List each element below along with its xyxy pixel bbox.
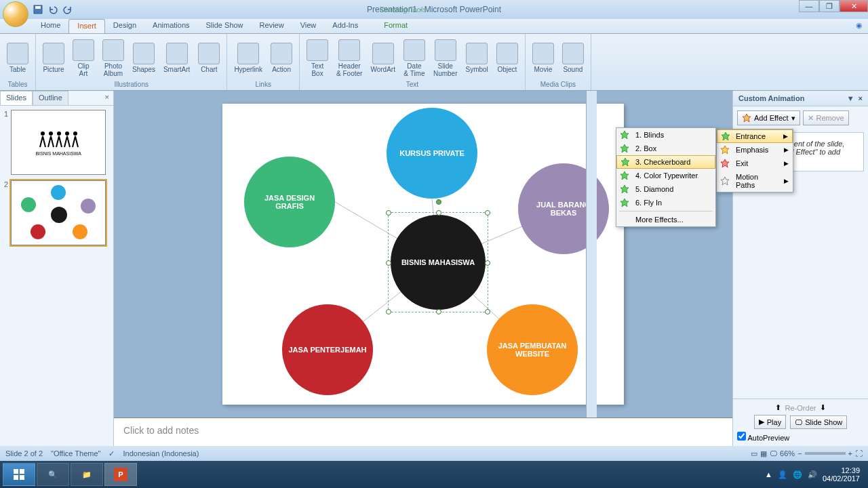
close-panel-icon[interactable]: × (101, 91, 113, 105)
menu-emphasis[interactable]: Emphasis▶ (717, 143, 793, 157)
notes-pane[interactable]: Click to add notes (114, 418, 732, 446)
view-normal-icon[interactable]: ▭ (751, 449, 757, 458)
tray-time[interactable]: 12:39 (823, 466, 860, 474)
reorder-up-icon[interactable]: ⬆ (775, 403, 781, 412)
tab-review[interactable]: Review (252, 19, 292, 33)
ribbon-icon (271, 43, 292, 64)
tab-addins[interactable]: Add-Ins (324, 19, 366, 33)
ribbon-icon (237, 43, 259, 64)
tab-insert[interactable]: Insert (68, 19, 105, 33)
vertical-scrollbar[interactable] (586, 91, 597, 418)
view-sorter-icon[interactable]: ▦ (760, 449, 767, 458)
circle-green[interactable]: JASA DESIGN GRAFIS (244, 157, 335, 247)
ribbon-symbol[interactable]: Symbol (463, 41, 491, 75)
tab-design[interactable]: Design (105, 19, 144, 33)
minimize-button[interactable]: — (799, 0, 819, 12)
language-indicator[interactable]: Indonesian (Indonesia) (123, 449, 199, 458)
ribbon-shapes[interactable]: Shapes (130, 41, 158, 75)
svg-point-4 (57, 131, 61, 136)
ribbon-table[interactable]: Table (4, 41, 31, 75)
slide-thumbnail-1[interactable]: BISNIS MAHASISWA (11, 110, 106, 175)
zoom-in-icon[interactable]: + (848, 449, 852, 458)
more-effects[interactable]: More Effects... (616, 213, 715, 226)
help-icon[interactable]: ◉ (850, 19, 868, 33)
office-button[interactable] (3, 1, 28, 27)
ribbon-hyperlink[interactable]: Hyperlink (231, 41, 265, 75)
menu-motion-paths[interactable]: Motion Paths▶ (717, 170, 793, 192)
tray-date[interactable]: 04/02/2017 (823, 474, 860, 483)
start-button[interactable] (3, 463, 35, 486)
slide-thumbnail-2[interactable] (11, 180, 106, 245)
pane-title: Custom Animation (738, 94, 804, 102)
ribbon-wordart[interactable]: WordArt (368, 41, 398, 75)
spell-check-icon[interactable]: ✓ (108, 449, 115, 458)
ribbon-icon (562, 43, 584, 64)
autopreview-checkbox[interactable]: AutoPreview (737, 434, 789, 442)
fit-icon[interactable]: ⛶ (855, 449, 863, 458)
pane-dropdown-icon[interactable]: ▼ (847, 94, 854, 102)
taskbar-app-1[interactable]: 🔍 (37, 463, 69, 486)
tray-user-icon[interactable]: 👤 (778, 470, 787, 479)
ribbon-date[interactable]: Date& Time (401, 38, 428, 79)
ribbon-action[interactable]: Action (268, 41, 295, 75)
status-bar: Slide 2 of 2 "Office Theme" ✓ Indonesian… (0, 446, 868, 461)
tab-home[interactable]: Home (33, 19, 68, 33)
svg-rect-15 (20, 475, 24, 480)
menu-entrance[interactable]: Entrance▶ (717, 129, 793, 143)
slide-panel: Slides Outline × 1 BISNIS MAHASISWA 2 (0, 91, 114, 446)
effect-checkerboard[interactable]: 3. Checkerboard (616, 155, 715, 169)
ribbon-icon (133, 43, 155, 64)
ribbon-header[interactable]: Header& Footer (334, 38, 365, 79)
ribbon-slide[interactable]: SlideNumber (431, 38, 460, 79)
ribbon-picture[interactable]: Picture (40, 41, 67, 75)
tab-slideshow[interactable]: Slide Show (198, 19, 252, 33)
close-button[interactable]: ✕ (840, 0, 868, 12)
save-icon[interactable] (33, 4, 43, 15)
entrance-effects-menu: 1. Blinds 2. Box 3. Checkerboard 4. Colo… (616, 127, 716, 227)
slides-tab[interactable]: Slides (0, 91, 33, 105)
ribbon-movie[interactable]: Movie (530, 41, 557, 75)
ribbon-clip[interactable]: ClipArt (70, 38, 97, 79)
circle-orange[interactable]: JASA PEMBUATAN WEBSITE (487, 304, 578, 395)
outline-tab[interactable]: Outline (33, 91, 68, 105)
circle-red[interactable]: JASA PENTERJEMAH (282, 304, 373, 395)
circle-blue[interactable]: KURSUS PRIVATE (387, 108, 477, 199)
zoom-level[interactable]: 66% (780, 449, 795, 458)
tray-up-icon[interactable]: ▲ (765, 470, 772, 479)
redo-icon[interactable] (62, 4, 73, 15)
zoom-slider[interactable] (805, 452, 846, 455)
taskbar-powerpoint[interactable]: P (104, 463, 137, 486)
zoom-out-icon[interactable]: − (797, 449, 802, 458)
play-button[interactable]: ▶ Play (754, 415, 786, 429)
view-slideshow-icon[interactable]: 🖵 (770, 449, 777, 458)
pane-close-icon[interactable]: × (859, 94, 863, 102)
ribbon-text[interactable]: TextBox (304, 38, 331, 79)
tray-volume-icon[interactable]: 🔊 (808, 470, 817, 479)
thumb-number: 1 (4, 110, 8, 175)
undo-icon[interactable] (47, 4, 58, 15)
ribbon-chart[interactable]: Chart (195, 41, 222, 75)
ribbon-photo[interactable]: PhotoAlbum (100, 38, 127, 79)
ribbon-tabs: Home Insert Design Animations Slide Show… (0, 19, 868, 34)
ribbon-icon (307, 39, 328, 61)
tab-format[interactable]: Format (376, 19, 416, 33)
effect-fly-in[interactable]: 6. Fly In (616, 196, 715, 209)
ribbon-smartart[interactable]: SmartArt (161, 41, 193, 75)
thumb1-graphic (35, 129, 82, 148)
add-effect-button[interactable]: Add Effect ▾ (737, 110, 800, 125)
tab-animations[interactable]: Animations (144, 19, 197, 33)
effect-blinds[interactable]: 1. Blinds (616, 128, 715, 142)
slideshow-button[interactable]: 🖵 Slide Show (790, 415, 847, 429)
tray-network-icon[interactable]: 🌐 (793, 470, 802, 479)
effect-box[interactable]: 2. Box (616, 142, 715, 155)
tab-view[interactable]: View (292, 19, 325, 33)
slide-canvas[interactable]: KURSUS PRIVATE JASA DESIGN GRAFIS JUAL B… (222, 104, 624, 405)
effect-color-typewriter[interactable]: 4. Color Typewriter (616, 169, 715, 182)
taskbar-explorer[interactable]: 📁 (71, 463, 103, 486)
maximize-button[interactable]: ❐ (819, 0, 840, 12)
reorder-down-icon[interactable]: ⬇ (820, 403, 826, 412)
menu-exit[interactable]: Exit▶ (717, 157, 793, 170)
ribbon-object[interactable]: Object (494, 41, 521, 75)
ribbon-sound[interactable]: Sound (559, 41, 587, 75)
effect-diamond[interactable]: 5. Diamond (616, 182, 715, 196)
